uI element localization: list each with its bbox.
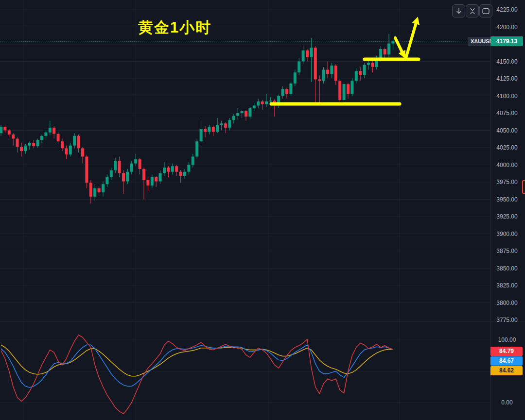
axis-tick-label: 3800.00: [490, 299, 524, 307]
trading-chart-window: 黄金1小时 XAUUSD 4225.004200.004175.004150.0…: [0, 0, 525, 420]
axis-tick-label: 4150.00: [490, 58, 524, 66]
axis-tick-label: 3925.00: [490, 213, 524, 220]
oscillator-series: [1, 335, 393, 414]
axis-tick-label: 3875.00: [490, 247, 524, 255]
oscillator-value-tag-red: 84.79: [490, 347, 523, 356]
axis-tick-label: 4000.00: [490, 161, 524, 169]
oscillator-value-tag-yellow: 84.62: [490, 366, 523, 375]
axis-tick-label: 3775.00: [490, 316, 524, 324]
axis-tick-label: 3975.00: [490, 178, 524, 186]
clipped-alert-marker: [522, 180, 525, 194]
axis-tick-label: 4050.00: [490, 127, 524, 134]
axis-tick-label: 4225.00: [490, 6, 524, 14]
axis-tick-label: 3900.00: [490, 230, 524, 238]
axis-tick-label: 0.00: [490, 399, 524, 406]
axis-tick-label: 3850.00: [490, 265, 524, 272]
oscillator-mid-line: [1, 345, 393, 387]
scroll-to-recent-button[interactable]: [452, 4, 465, 17]
chart-title-annotation[interactable]: 黄金1小时: [138, 17, 211, 38]
axis-tick-label: 4100.00: [490, 92, 524, 100]
candlestick-series: [0, 34, 394, 203]
axis-tick-label: 3825.00: [490, 282, 524, 289]
axis-tick-label: 3950.00: [490, 196, 524, 203]
collapse-icon: [469, 7, 476, 15]
fullscreen-icon: [482, 7, 490, 15]
axis-tick-label: 100.00: [490, 336, 524, 344]
oscillator-value-tag-blue: 84.67: [490, 356, 523, 366]
chart-canvas[interactable]: [0, 0, 525, 420]
arrow-down-icon: [455, 7, 463, 15]
axis-tick-label: 4200.00: [490, 23, 524, 31]
axis-tick-label: 4025.00: [490, 144, 524, 151]
axis-tick-label: 4125.00: [490, 75, 524, 83]
last-price-tag: 4179.13: [490, 36, 523, 46]
restore-pane-button[interactable]: [466, 4, 479, 17]
axis-tick-label: 4075.00: [490, 109, 524, 117]
